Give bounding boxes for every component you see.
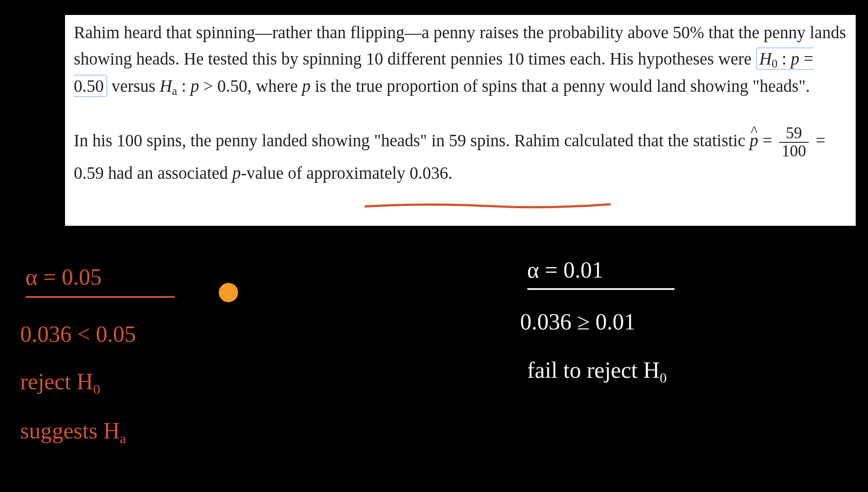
ten-a: 10: [366, 49, 383, 68]
pvalue-num: 0.036: [410, 163, 448, 182]
text: Rahim heard that spinning—rather than fl…: [74, 23, 673, 42]
fifty-percent: 50%: [673, 23, 705, 42]
text: , where: [247, 76, 302, 95]
problem-paragraph-2: In his 100 spins, the penny landed showi…: [74, 125, 847, 186]
alpha-01-heading: α = 0.01: [527, 257, 604, 282]
p050: 0.50: [74, 76, 104, 95]
period: .: [448, 163, 452, 182]
eq: =: [758, 131, 777, 150]
fraction-num: 59: [779, 125, 809, 142]
versus: versus: [107, 76, 159, 95]
alpha-01-underline: [527, 288, 675, 290]
reject-text: reject H: [20, 369, 93, 394]
H0-sub: 0: [772, 57, 778, 70]
text: -value of approximately: [241, 163, 409, 182]
p-italic: p: [232, 163, 241, 182]
compare-01: 0.036 ≥ 0.01: [520, 309, 636, 334]
reject-sub: 0: [93, 381, 100, 397]
text: spins. Rahim calculated that the statist…: [466, 131, 750, 150]
alpha-05-underline: [25, 296, 175, 298]
fail-text: fail to reject H: [527, 358, 660, 383]
eq: =: [811, 131, 825, 150]
p050b: 0.50: [217, 76, 247, 95]
problem-text-box: Rahim heard that spinning—rather than fl…: [65, 15, 856, 226]
colon: :: [778, 49, 791, 68]
text: times each. His hypotheses were: [524, 49, 756, 68]
p-var: p: [302, 76, 311, 95]
p-var: p: [191, 76, 199, 95]
red-underline-annotation: [365, 202, 611, 210]
text: In his: [74, 131, 117, 150]
suggests-sub: a: [120, 430, 126, 446]
cursor-dot-icon: [219, 283, 238, 302]
reject-h0: reject H0: [20, 369, 100, 398]
suggests-ha: suggests Ha: [20, 418, 126, 447]
fail-sub: 0: [660, 370, 667, 386]
Ha-sub: a: [172, 84, 177, 98]
text: is the true proportion of spins that a p…: [311, 76, 810, 95]
text: spins, the penny landed showing "heads" …: [142, 131, 449, 150]
eq: =: [799, 49, 814, 68]
text: had an associated: [104, 163, 232, 182]
ten-b: 10: [507, 49, 524, 68]
suggests-text: suggests H: [20, 418, 120, 443]
phat-val: 0.59: [74, 163, 104, 182]
p-var: p: [791, 49, 799, 68]
p-hat: p: [750, 127, 759, 154]
gt: >: [199, 76, 217, 95]
alpha-05-heading: α = 0.05: [25, 264, 102, 289]
fail-reject-h0: fail to reject H0: [527, 358, 667, 386]
compare-05: 0.036 < 0.05: [20, 322, 136, 347]
problem-paragraph-1: Rahim heard that spinning—rather than fl…: [74, 19, 847, 100]
fraction-59-100: 59100: [779, 125, 809, 160]
Ha-H: H: [159, 76, 172, 95]
colon: :: [177, 76, 190, 95]
text: different pennies: [383, 49, 507, 68]
fraction-den: 100: [779, 142, 809, 160]
H0-H: H: [760, 49, 772, 68]
hundred: 100: [117, 131, 143, 150]
fiftynine: 59: [449, 131, 466, 150]
